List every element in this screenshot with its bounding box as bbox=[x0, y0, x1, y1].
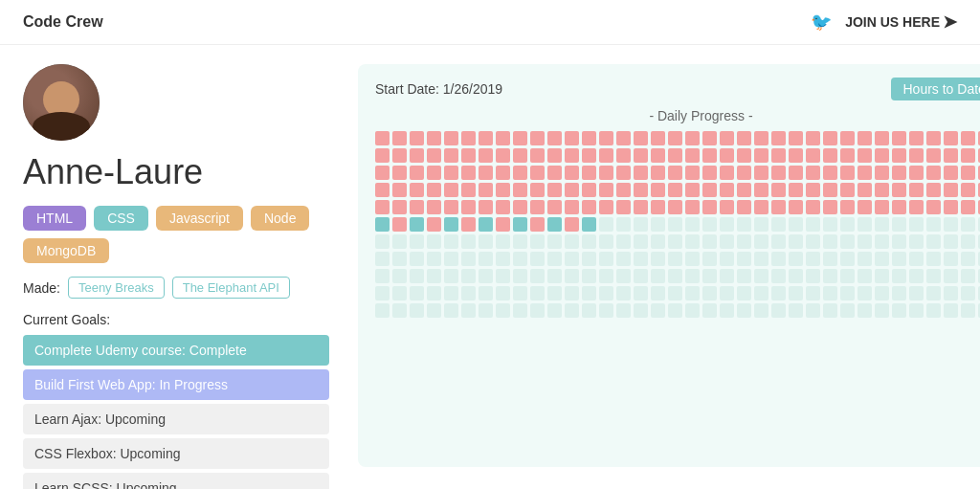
grid-cell bbox=[461, 303, 476, 318]
grid-cell bbox=[789, 131, 803, 145]
grid-cell bbox=[840, 183, 855, 197]
grid-cell bbox=[479, 148, 493, 163]
grid-cell bbox=[616, 234, 631, 249]
grid-cell bbox=[513, 148, 527, 163]
grid-cell bbox=[565, 269, 579, 283]
grid-cell bbox=[823, 234, 837, 249]
grid-cell bbox=[392, 252, 407, 266]
grid-cell bbox=[875, 183, 889, 197]
grid-cell bbox=[616, 303, 631, 318]
grid-cell bbox=[565, 303, 579, 318]
grid-cell bbox=[926, 217, 941, 232]
grid-cell bbox=[410, 166, 424, 180]
grid-cell bbox=[771, 200, 786, 214]
grid-cell bbox=[720, 148, 734, 163]
grid-cell bbox=[702, 252, 717, 266]
grid-cell bbox=[737, 148, 751, 163]
grid-cell bbox=[651, 269, 665, 283]
grid-cell bbox=[513, 252, 527, 266]
grid-cell bbox=[823, 217, 837, 232]
grid-cell bbox=[599, 148, 613, 163]
grid-cell bbox=[392, 200, 407, 214]
grid-cell bbox=[944, 303, 958, 318]
grid-row bbox=[375, 286, 980, 300]
grid-cell bbox=[479, 217, 493, 232]
grid-cell bbox=[634, 217, 648, 232]
grid-cell bbox=[496, 303, 510, 318]
grid-cell bbox=[806, 286, 820, 300]
grid-cell bbox=[410, 286, 424, 300]
grid-cell bbox=[875, 166, 889, 180]
grid-cell bbox=[961, 252, 975, 266]
grid-cell bbox=[616, 166, 631, 180]
tag-javascript: Javascript bbox=[156, 206, 243, 231]
made-section: Made: Teeny Breaks The Elephant API bbox=[23, 277, 329, 299]
grid-cell bbox=[582, 148, 596, 163]
grid-cell bbox=[737, 269, 751, 283]
elephant-api-link[interactable]: The Elephant API bbox=[172, 277, 290, 299]
grid-cell bbox=[582, 234, 596, 249]
grid-cell bbox=[961, 234, 975, 249]
grid-cell bbox=[875, 252, 889, 266]
teeny-breaks-link[interactable]: Teeny Breaks bbox=[68, 277, 165, 299]
grid-cell bbox=[720, 269, 734, 283]
grid-cell bbox=[496, 217, 510, 232]
grid-cell bbox=[651, 200, 665, 214]
grid-cell bbox=[754, 131, 768, 145]
grid-cell bbox=[461, 131, 476, 145]
grid-cell bbox=[668, 200, 682, 214]
grid-cell bbox=[651, 148, 665, 163]
grid-cell bbox=[771, 303, 786, 318]
grid-cell bbox=[375, 148, 390, 163]
grid-cell bbox=[634, 252, 648, 266]
grid-cell bbox=[668, 303, 682, 318]
grid-cell bbox=[789, 148, 803, 163]
grid-cell bbox=[737, 252, 751, 266]
join-link[interactable]: JOIN US HERE ➤ bbox=[845, 11, 957, 33]
grid-row bbox=[375, 217, 980, 232]
twitter-icon[interactable]: 🐦 bbox=[811, 11, 832, 33]
grid-row bbox=[375, 303, 980, 318]
grid-cell bbox=[599, 234, 613, 249]
grid-cell bbox=[582, 217, 596, 232]
grid-cell bbox=[565, 217, 579, 232]
grid-cell bbox=[565, 131, 579, 145]
grid-cell bbox=[479, 234, 493, 249]
grid-cell bbox=[375, 166, 390, 180]
grid-cell bbox=[840, 303, 855, 318]
grid-cell bbox=[668, 131, 682, 145]
grid-row bbox=[375, 200, 980, 214]
grid-cell bbox=[789, 286, 803, 300]
grid-cell bbox=[754, 252, 768, 266]
stats-row: Start Date: 1/26/2019 Hours to Date: 160 bbox=[375, 78, 980, 100]
grid-cell bbox=[823, 303, 837, 318]
grid-cell bbox=[858, 252, 872, 266]
grid-cell bbox=[651, 131, 665, 145]
grid-cell bbox=[944, 200, 958, 214]
grid-cell bbox=[944, 148, 958, 163]
grid-cell bbox=[599, 286, 613, 300]
grid-cell bbox=[685, 217, 700, 232]
grid-cell bbox=[737, 131, 751, 145]
grid-cell bbox=[565, 234, 579, 249]
grid-cell bbox=[909, 217, 924, 232]
grid-cell bbox=[892, 200, 906, 214]
grid-cell bbox=[616, 131, 631, 145]
grid-cell bbox=[840, 131, 855, 145]
grid-cell bbox=[685, 234, 700, 249]
grid-cell bbox=[909, 200, 924, 214]
join-label: JOIN US HERE bbox=[845, 14, 940, 30]
grid-cell bbox=[702, 131, 717, 145]
grid-cell bbox=[823, 252, 837, 266]
grid-cell bbox=[737, 286, 751, 300]
grid-cell bbox=[926, 148, 941, 163]
grid-cell bbox=[530, 269, 545, 283]
grid-cell bbox=[547, 252, 562, 266]
grid-cell bbox=[789, 217, 803, 232]
grid-cell bbox=[702, 217, 717, 232]
grid-cell bbox=[944, 269, 958, 283]
grid-cell bbox=[875, 148, 889, 163]
grid-cell bbox=[858, 286, 872, 300]
grid-cell bbox=[513, 183, 527, 197]
grid-cell bbox=[685, 286, 700, 300]
